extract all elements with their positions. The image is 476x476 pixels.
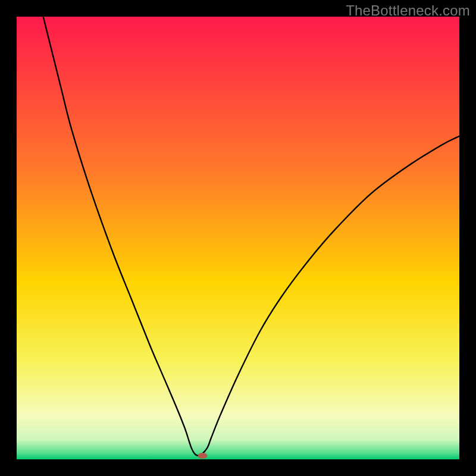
gradient-bg	[17, 17, 459, 459]
chart-svg	[17, 17, 459, 459]
optimal-marker	[198, 453, 207, 459]
plot-area	[17, 17, 459, 459]
chart-frame: TheBottleneck.com	[0, 0, 476, 476]
watermark-text: TheBottleneck.com	[346, 2, 470, 19]
